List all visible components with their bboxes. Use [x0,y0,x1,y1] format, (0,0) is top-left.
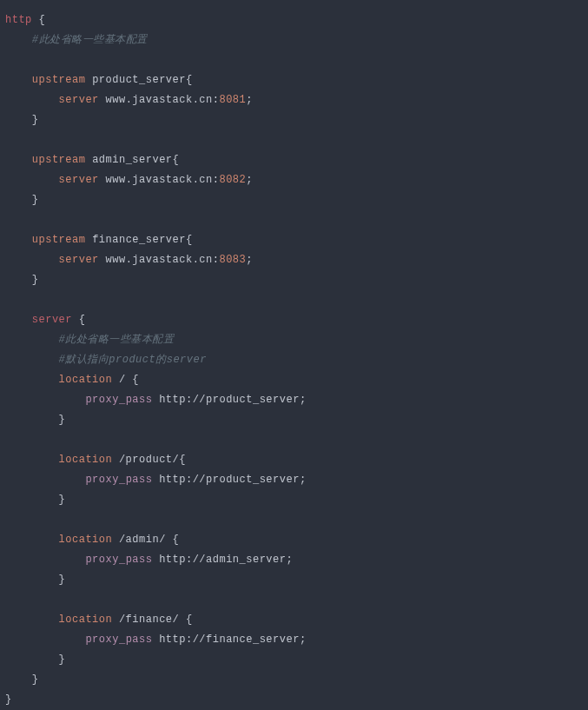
proxy-url-rest: //finance_server; [193,634,307,646]
proxy-url-prefix: http: [159,554,193,566]
semicolon: ; [246,94,253,106]
proxy-url-prefix: http: [159,634,193,646]
keyword-proxy-pass: proxy_pass [85,634,152,646]
proxy-url-rest: //product_server; [193,394,307,406]
comment-basic-2: #此处省略一些基本配置 [59,334,175,346]
brace: } [59,414,66,426]
brace: { [179,454,186,466]
keyword-server-directive: server [59,254,99,266]
location-path-admin: /admin/ [119,534,173,546]
keyword-server-block: server [32,314,72,326]
keyword-upstream: upstream [32,154,86,166]
host-part: cn: [199,94,219,106]
keyword-location: location [59,614,113,626]
host-part: www. [106,94,133,106]
brace: { [79,314,86,326]
host-part: cn: [199,174,219,186]
host-part: www. [106,254,133,266]
keyword-upstream: upstream [32,234,86,246]
brace: } [5,693,12,706]
brace: { [173,154,180,166]
keyword-http: http [5,14,32,26]
comment-default-product: #默认指向product的server [59,354,207,366]
brace: } [59,654,66,666]
host-part: cn: [199,254,219,266]
brace: } [32,274,39,286]
upstream-name-admin: admin_server [92,154,172,166]
brace: { [173,534,180,546]
host-part: javastack. [132,94,199,106]
keyword-proxy-pass: proxy_pass [85,394,152,406]
brace: } [32,194,39,206]
keyword-location: location [59,534,113,546]
port: 8082 [219,174,246,186]
location-path-finance: /finance/ [119,614,186,626]
keyword-server-directive: server [59,174,99,186]
keyword-server-directive: server [59,94,99,106]
proxy-url-rest: //admin_server; [193,554,294,566]
brace: } [59,574,66,586]
brace: { [186,74,193,86]
upstream-name-product: product_server [92,74,186,86]
keyword-proxy-pass: proxy_pass [85,474,152,486]
port: 8081 [219,94,246,106]
brace: } [59,494,66,506]
keyword-upstream: upstream [32,74,86,86]
brace: { [132,374,139,386]
port: 8083 [219,254,246,266]
location-path-product: /product/ [119,454,179,466]
semicolon: ; [246,174,253,186]
nginx-config-code: http { #此处省略一些基本配置 upstream product_serv… [0,0,588,710]
brace: { [186,234,193,246]
keyword-location: location [59,374,113,386]
proxy-url-prefix: http: [159,394,193,406]
proxy-url-prefix: http: [159,474,193,486]
brace: { [186,614,193,626]
brace: } [32,114,39,126]
proxy-url-rest: //product_server; [193,474,307,486]
host-part: javastack. [132,174,199,186]
semicolon: ; [246,254,253,266]
host-part: javastack. [132,254,199,266]
brace: } [32,674,39,686]
keyword-location: location [59,454,113,466]
location-path-root: / [119,374,132,386]
brace: { [39,14,46,26]
keyword-proxy-pass: proxy_pass [85,554,152,566]
comment-basic-1: #此处省略一些基本配置 [32,34,148,46]
host-part: www. [106,174,133,186]
upstream-name-finance: finance_server [92,234,186,246]
